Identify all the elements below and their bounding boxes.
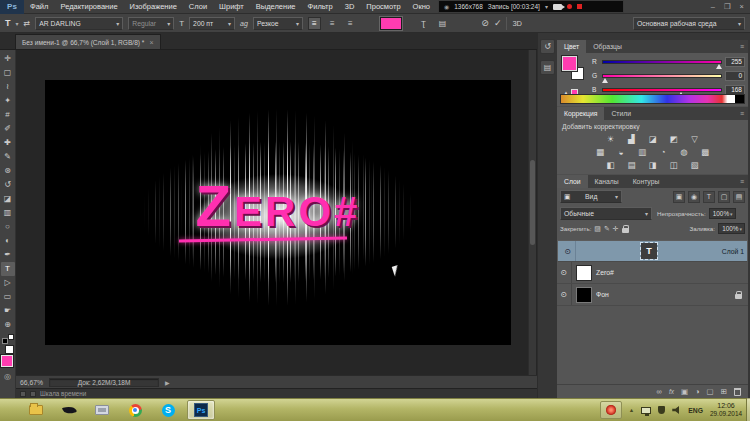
tool-path-selection[interactable]: ▷ [1,276,15,290]
tool-blur[interactable]: ○ [1,220,15,234]
close-button[interactable]: × [740,0,744,13]
menu-select[interactable]: Выделение [250,0,302,14]
tool-eraser[interactable]: ◪ [1,192,15,206]
color-balance-icon[interactable]: ◒ [615,146,628,157]
slider-thumb[interactable] [602,78,608,83]
taskbar-photoshop[interactable]: Ps [187,400,215,420]
black-white-icon[interactable]: ▥ [636,146,649,157]
canvas-surface[interactable]: ZERO# [45,80,511,345]
menu-edit[interactable]: Редактирование [54,0,123,14]
document-tab[interactable]: Без имени-1 @ 66,7% (Слой 1, RGB/8) * × [15,34,161,49]
volume-icon[interactable] [672,406,681,414]
minimize-button[interactable]: – [711,0,715,13]
font-style-select[interactable]: Regular ▾ [128,17,174,30]
recorder-dropdown-icon[interactable]: ▾ [545,3,548,10]
green-value-field[interactable]: 0 [725,71,745,81]
camera-icon[interactable] [553,4,562,10]
background-color-swatch[interactable] [5,345,14,354]
menu-filter[interactable]: Фильтр [302,0,339,14]
tool-hand[interactable]: ☛ [1,304,15,318]
tool-history-brush[interactable]: ↺ [1,178,15,192]
action-center-icon[interactable] [658,406,665,414]
taskbar-bird-app[interactable] [55,400,83,420]
tool-pen[interactable]: ✒ [1,248,15,262]
tab-layers[interactable]: Слои [557,175,588,188]
brightness-contrast-icon[interactable]: ☀ [604,133,617,144]
tool-crop[interactable]: # [1,108,15,122]
panel-menu-icon[interactable]: ≡ [740,107,744,120]
channel-mixer-icon[interactable]: ◍ [678,146,691,157]
show-desktop-button[interactable] [746,398,750,421]
photo-filter-icon[interactable]: ◔ [657,146,670,157]
menu-type[interactable]: Шрифт [213,0,250,14]
align-center-button[interactable]: ≡ [326,17,339,30]
curves-icon[interactable]: ◪ [646,133,659,144]
tool-lasso[interactable]: ≀ [1,80,15,94]
tool-rectangular-marquee[interactable]: ▢ [1,66,15,80]
taskbar-folder-app[interactable] [22,400,50,420]
layer-row-zero[interactable]: ⊙ Zero# [557,262,748,284]
vibrance-icon[interactable]: ▽ [688,133,701,144]
invert-icon[interactable]: ◧ [604,159,617,170]
gradient-map-icon[interactable]: ◫ [667,159,680,170]
tab-adjustments[interactable]: Коррекция [557,107,604,120]
tool-dodge[interactable]: ◐ [1,234,15,248]
tool-clone-stamp[interactable]: ⊛ [1,164,15,178]
blue-slider[interactable] [602,88,722,92]
layer-thumbnail[interactable] [576,287,592,303]
workspace-select[interactable]: Основная рабочая среда ▾ [633,17,745,30]
align-left-button[interactable]: ≡ [308,17,321,30]
align-right-button[interactable]: ≡ [344,17,357,30]
new-adjustment-icon[interactable]: ◑ [695,387,700,396]
delete-layer-icon[interactable] [734,388,741,396]
lock-position-icon[interactable]: ✛ [613,225,619,233]
visibility-eye-icon[interactable]: ⊙ [561,241,576,261]
selective-color-icon[interactable]: ▧ [688,159,701,170]
timeline-collapse-icon[interactable] [20,391,26,397]
foreground-color-swatch[interactable] [1,355,13,367]
color-swatch-pair[interactable] [562,56,588,82]
default-colors-icon[interactable] [2,334,14,344]
tab-swatches[interactable]: Образцы [586,40,629,53]
tab-color[interactable]: Цвет [557,40,586,53]
layer-thumbnail[interactable] [576,265,592,281]
foreground-background-swatches[interactable] [1,345,14,369]
3d-button[interactable]: 3D [512,19,522,28]
green-slider[interactable] [602,74,722,78]
link-layers-icon[interactable]: ∞ [657,387,662,396]
filter-shape-layers-icon[interactable]: ▢ [718,191,730,203]
posterize-icon[interactable]: ▤ [625,159,638,170]
tool-gradient[interactable]: ▥ [1,206,15,220]
taskbar-chrome[interactable] [121,400,149,420]
lock-paint-icon[interactable]: ✎ [604,225,610,233]
warp-text-icon[interactable]: Ʈ [421,19,426,28]
properties-panel-button[interactable]: ▤ [540,60,555,75]
tool-quick-selection[interactable]: ✦ [1,94,15,108]
add-mask-icon[interactable]: ▣ [681,387,688,396]
anti-alias-select[interactable]: Резкое ▾ [253,17,303,30]
filter-smart-objects-icon[interactable]: ▤ [733,191,745,203]
hue-saturation-icon[interactable]: ▦ [594,146,607,157]
red-slider[interactable] [602,60,722,64]
layer-thumbnail[interactable]: T [641,243,657,259]
hidden-icons-chevron[interactable]: ▲ [629,407,634,413]
filter-pixel-layers-icon[interactable]: ▣ [673,191,685,203]
menu-window[interactable]: Окно [407,0,436,14]
blend-mode-select[interactable]: Обычные ▾ [560,207,652,220]
color-spectrum-ramp[interactable] [560,94,745,104]
status-menu-icon[interactable]: ▶ [165,379,170,386]
record-button[interactable] [567,4,572,9]
timeline-panel-bar[interactable]: Шкала времени [16,388,537,398]
text-color-swatch[interactable] [380,17,402,30]
timeline-expand-icon[interactable] [30,391,36,397]
panel-menu-icon[interactable]: ≡ [740,175,744,188]
layer-name[interactable]: Zero# [596,269,614,276]
menu-3d[interactable]: 3D [339,0,361,14]
tab-close-icon[interactable]: × [149,39,153,46]
foreground-swatch[interactable] [562,56,577,71]
blue-value-field[interactable]: 168 [725,85,745,95]
filter-adjustment-layers-icon[interactable]: ◉ [688,191,700,203]
visibility-eye-icon[interactable]: ⊙ [557,284,572,305]
exposure-icon[interactable]: ◩ [667,133,680,144]
lock-transparency-icon[interactable]: ▨ [594,225,601,233]
